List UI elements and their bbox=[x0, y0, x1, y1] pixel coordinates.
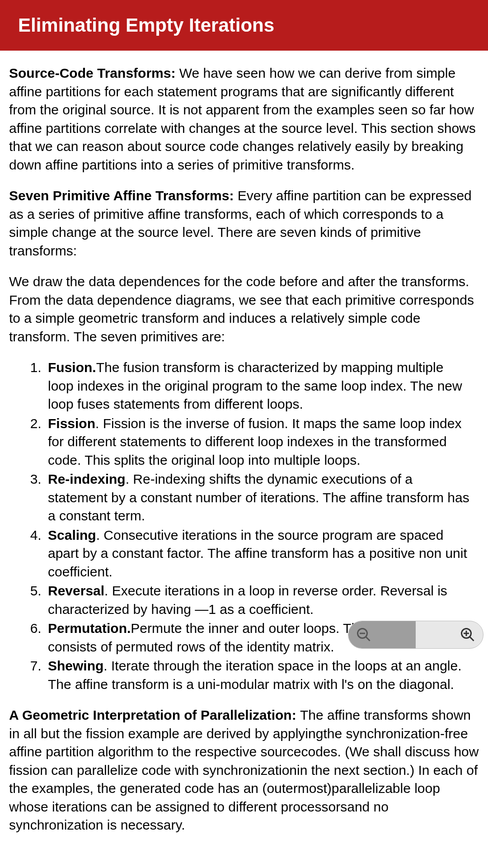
zoom-control[interactable] bbox=[348, 621, 483, 649]
primitive-name: Shewing bbox=[48, 658, 103, 673]
label-seven: Seven Primitive Affine Transforms: bbox=[9, 188, 238, 203]
page-title: Eliminating Empty Iterations bbox=[18, 14, 274, 36]
primitive-name: Fusion. bbox=[48, 360, 96, 375]
primitive-name: Fission bbox=[48, 416, 95, 431]
primitive-desc: . Iterate through the iteration space in… bbox=[48, 658, 462, 692]
list-item: Fusion.The fusion transform is character… bbox=[45, 359, 470, 414]
zoom-out-icon bbox=[356, 627, 372, 643]
list-item: Shewing. Iterate through the iteration s… bbox=[45, 657, 470, 693]
list-item: Fission. Fission is the inverse of fusio… bbox=[45, 415, 470, 470]
primitive-desc: . Fission is the inverse of fusion. It m… bbox=[48, 416, 461, 467]
label-source-code: Source-Code Transforms: bbox=[9, 66, 179, 80]
primitive-desc: . Consecutive iterations in the source p… bbox=[48, 528, 467, 579]
primitive-desc: The fusion transform is characterized by… bbox=[48, 360, 462, 411]
list-item: Scaling. Consecutive iterations in the s… bbox=[45, 526, 470, 581]
paragraph-draw: We draw the data dependences for the cod… bbox=[9, 273, 479, 346]
primitive-name: Permutation. bbox=[48, 621, 131, 636]
paragraph-seven: Seven Primitive Affine Transforms: Every… bbox=[9, 187, 479, 260]
svg-line-4 bbox=[470, 637, 474, 641]
body-geo: The affine transforms shown in all but t… bbox=[9, 708, 479, 832]
paragraph-geo: A Geometric Interpretation of Paralleliz… bbox=[9, 706, 479, 835]
svg-line-1 bbox=[366, 637, 370, 641]
zoom-in-button[interactable] bbox=[459, 626, 477, 644]
content-area: Source-Code Transforms: We have seen how… bbox=[0, 51, 488, 856]
zoom-in-icon bbox=[460, 627, 476, 643]
label-geo: A Geometric Interpretation of Paralleliz… bbox=[9, 708, 300, 722]
primitive-name: Scaling bbox=[48, 528, 96, 542]
list-item: Reversal. Execute iterations in a loop i… bbox=[45, 582, 470, 618]
primitive-name: Reversal bbox=[48, 583, 104, 598]
body-source-code: We have seen how we can derive from simp… bbox=[9, 66, 476, 172]
list-item: Re-indexing. Re-indexing shifts the dyna… bbox=[45, 470, 470, 525]
page-header: Eliminating Empty Iterations bbox=[0, 0, 488, 51]
body-draw: We draw the data dependences for the cod… bbox=[9, 274, 474, 344]
paragraph-source-code: Source-Code Transforms: We have seen how… bbox=[9, 64, 479, 174]
primitive-name: Re-indexing bbox=[48, 472, 126, 486]
primitive-desc: . Execute iterations in a loop in revers… bbox=[48, 583, 447, 617]
zoom-out-button[interactable] bbox=[355, 626, 373, 644]
